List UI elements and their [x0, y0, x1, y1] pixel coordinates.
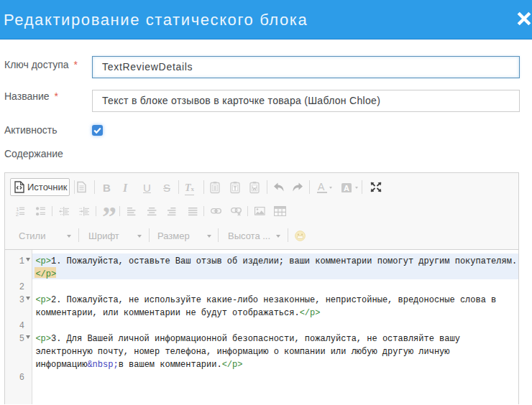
svg-text:A: A: [344, 183, 349, 192]
svg-text:2: 2: [16, 211, 19, 216]
